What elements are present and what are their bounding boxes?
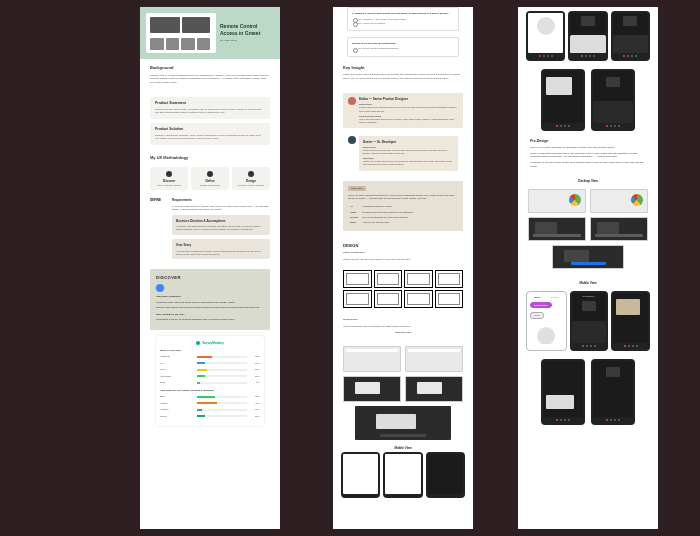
discover-subheading: Secondary Research [156,295,264,299]
survey-row: Weekly40% [160,402,260,406]
phone-mockup [591,69,635,131]
persona-text: Wants zero-friction hand-off so a 30-sec… [363,160,454,166]
poll-card: 1. Imagine if Google Meet allows you the… [347,7,459,31]
wireframe-sketch [343,290,372,308]
background-heading: Background [150,65,270,71]
poll-option[interactable]: Yes, absolutely! I can get my work done … [358,18,454,21]
avatar [348,97,356,105]
desktop-mockups [518,185,658,277]
wireframe-sketch [404,270,433,288]
mobile-view-label: Mobile View [333,446,473,450]
survey-row: Software30% [160,355,260,359]
avatar [348,136,356,144]
pie-chart-icon [569,194,581,206]
desktop-mockups [343,346,463,440]
wireframing-body: Initial wireframing with annotations for… [343,325,463,329]
paper-wireframes [343,270,463,308]
step-define: Define persona, requirements [191,167,229,190]
mockup-light [405,346,463,372]
survey-row: Exec5% [160,381,260,385]
assumptions-callout: Business Decision & Assumptions Assuming… [172,215,270,235]
assumptions-heading: Business Decision & Assumptions [176,219,266,223]
poll-question: Willing to try out with my teammates [352,42,454,46]
phone-mockup: Meet Control Remote control Option [526,291,567,351]
methodology-steps: Discover survey, secondary research Defi… [140,163,280,194]
phone-mockup [526,11,565,61]
eye-icon [166,171,172,177]
mockup-light [343,346,401,372]
survey-question: How often do you usually arrange a meeti… [160,389,260,393]
define-section: DEFINE Requirements 1. Remote control fe… [140,194,280,263]
phone-mockup [341,452,380,498]
wireframe-sketch [435,270,464,288]
google-meet-icon [156,284,164,292]
assumptions-body: Assuming Meet backend already streams lo… [176,225,266,231]
mockup-dark-large [355,406,451,440]
wireframe-sketch [404,290,433,308]
persona-text: Has to talk developers through fixes ver… [359,118,458,124]
chip-remote-control[interactable]: Remote control [530,302,552,309]
user-story-heading: User Story [176,243,266,247]
discover-heading: DISCOVER [156,275,264,281]
step-detail: persona, requirements [193,184,227,187]
user-story-card: User Story When I'm screen-sharing and g… [343,181,463,231]
wireframe-body: Started simply with pen and paper to ver… [343,258,463,262]
chip[interactable]: Option [530,312,544,319]
survey-row: PM15% [160,362,260,366]
phone-mockup [541,69,585,131]
requirements-body: 1. Remote control feature in Google Meet… [172,205,270,211]
design-heading: DESIGN [343,243,463,249]
case-study-page-1: Remote Control Access in Gmeet UX Case S… [140,7,280,529]
hero: Remote Control Access in Gmeet UX Case S… [140,7,280,59]
survey-row: Daily35% [160,395,260,399]
methodology-heading: My UX Methodology [150,155,270,161]
phone-mockup: is controlling… [570,291,609,351]
key-insight-heading: Key Insight [343,65,463,71]
poll-option[interactable]: No, I won't use this feature. [358,22,454,25]
survey-row: Monthly10% [160,408,260,412]
tab-meet[interactable]: Meet [534,296,540,300]
predesign-text: 'In Control' & 'Giving Control' states h… [530,161,646,169]
define-label: DEFINE [150,198,168,202]
hero-subtitle: UX Case Study [220,39,274,43]
predesign-section: Pre-Design First up is a screen discover… [518,135,658,175]
wireframe-sketch [343,270,372,288]
survey-question: What is your job? [160,349,260,353]
product-statement: Product Statement Remote workers need a … [150,97,270,119]
poll-option[interactable]: No, maybe with this consent framework… [358,47,454,50]
avatar-circle [537,327,555,344]
tab-control[interactable]: Control [550,296,558,300]
step-detail: survey, secondary research [152,184,186,187]
hero-video-grid [146,13,216,53]
phone-mockup [591,359,635,425]
product-solution-body: Embed a lightweight 'Request / Give Cont… [155,134,265,141]
product-statement-body: Remote workers need a fast, in-meeting w… [155,108,265,115]
mockup-dark-large [552,245,624,269]
wireframe-heading: Paper Prototyping [343,251,463,255]
discover-subheading: User Research: Do you… [156,313,264,317]
product-statement-heading: Product Statement [155,101,265,106]
survey-row: Marketing15% [160,375,260,379]
survey-card: SurveyMonkey What is your job? Software3… [156,336,264,427]
desktop-view-label: Desktop View [518,179,658,183]
phone-mockup [383,452,422,498]
survey-row: UI/UX20% [160,368,260,372]
surveymonkey-logo: SurveyMonkey [160,341,260,345]
persona-kalina: Kalina — Senior Product Designer Backgro… [343,93,463,128]
phone-mockup [611,291,650,351]
user-story-tag: User Story [348,186,366,192]
discover-section: DISCOVER Secondary Research What third-p… [150,269,270,329]
product-solution-heading: Product Solution [155,127,265,132]
wireframe-sketch [374,270,403,288]
step-detail: wireframe, mockup, prototype [234,184,268,187]
mockup-light [590,189,648,213]
persona-text: Pairs remotely and frequently needs to t… [363,149,454,155]
phone-mockup [426,452,465,498]
case-study-page-2: 1. Imagine if Google Meet allows you the… [333,7,473,529]
poll-card: Willing to try out with my teammates No,… [347,37,459,57]
step-discover: Discover survey, secondary research [150,167,188,190]
persona-dexter: Dexter — Sr. Developer Background Pairs … [343,132,463,175]
hero-title: Remote Control Access in Gmeet [220,23,274,37]
target-icon [207,171,213,177]
mockup-dark [528,217,586,241]
